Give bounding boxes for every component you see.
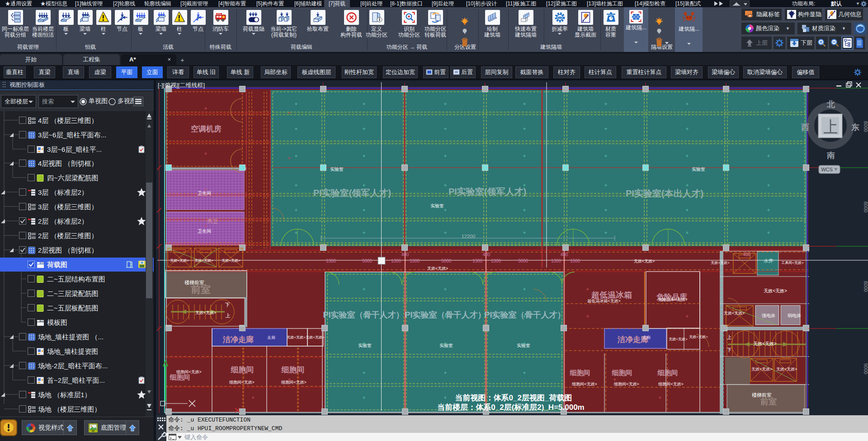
svg-text:1500: 1500	[570, 258, 580, 263]
svg-text:实验室: 实验室	[330, 167, 344, 172]
svg-text:PI实验室(领军人才): PI实验室(领军人才)	[313, 188, 391, 198]
svg-text:前室: 前室	[191, 284, 211, 295]
svg-text:PI实验室(领军人才): PI实验室(领军人才)	[448, 187, 526, 197]
svg-text:细胞间: 细胞间	[231, 366, 254, 374]
svg-text:1300: 1300	[410, 258, 420, 263]
svg-text:下: 下	[727, 347, 732, 352]
svg-text:细胞间<无效>: 细胞间<无效>	[176, 370, 202, 374]
svg-text:无效<无效>: 无效<无效>	[222, 258, 241, 263]
svg-text:[-][俯视][二维线框]: [-][俯视][二维线框]	[158, 82, 205, 89]
svg-text:卫生间: 卫生间	[198, 191, 211, 196]
svg-text:实验室: 实验室	[358, 343, 372, 348]
svg-text:东: 东	[851, 123, 859, 132]
svg-text:走廊: 走廊	[267, 335, 275, 340]
svg-text:楼梯前室: 楼梯前室	[184, 280, 204, 285]
svg-text:当前视图：体系0_2层视图_荷载图: 当前视图：体系0_2层视图_荷载图	[455, 394, 572, 402]
svg-text:细胞间: 细胞间	[657, 369, 678, 376]
svg-text:细胞间<无效>: 细胞间<无效>	[229, 380, 255, 385]
svg-text:男卫: 男卫	[207, 218, 218, 225]
svg-text:无效<无效>: 无效<无效>	[306, 335, 325, 339]
svg-text:工具间<无效>: 工具间<无效>	[781, 261, 804, 265]
svg-text:1300: 1300	[491, 258, 501, 263]
svg-text:1300: 1300	[326, 258, 336, 263]
svg-text:上: 上	[727, 334, 732, 340]
svg-text:无效<无效>: 无效<无效>	[711, 261, 730, 265]
svg-text:400: 400	[401, 252, 409, 257]
svg-text:细胞间<无效>: 细胞间<无效>	[613, 382, 639, 386]
svg-text:实验室: 实验室	[692, 167, 705, 172]
svg-text:弱电井: 弱电井	[788, 313, 801, 318]
svg-text:卫生间: 卫生间	[198, 229, 211, 234]
svg-text:无效<无效>: 无效<无效>	[776, 367, 797, 371]
svg-text:实验室: 实验室	[517, 343, 530, 348]
svg-text:细胞间<无效>: 细胞间<无效>	[571, 382, 597, 386]
svg-text:上: 上	[226, 313, 231, 318]
svg-text:8000: 8000	[863, 202, 868, 212]
svg-text:5000: 5000	[362, 258, 373, 263]
svg-text:细胞间<无效>: 细胞间<无效>	[281, 380, 307, 385]
svg-text:细胞间: 细胞间	[170, 373, 190, 381]
svg-text:当前楼层：体系0_2层(标准层2)_H=5.000m: 当前楼层：体系0_2层(标准层2)_H=5.000m	[437, 403, 584, 412]
svg-text:无效<无效>: 无效<无效>	[764, 288, 787, 293]
svg-text:强电井: 强电井	[762, 313, 775, 318]
svg-text:超低温冰箱<无效>: 超低温冰箱<无效>	[587, 299, 621, 303]
svg-text:无效<无效>: 无效<无效>	[170, 258, 189, 263]
svg-text:8000: 8000	[863, 121, 868, 132]
svg-text:1300: 1300	[472, 258, 483, 263]
svg-text:5000: 5000	[441, 258, 452, 263]
svg-text:楼梯前室: 楼梯前室	[752, 392, 772, 398]
svg-text:无效<无效>: 无效<无效>	[194, 258, 213, 263]
svg-text:细胞间<无效>: 细胞间<无效>	[658, 382, 684, 386]
svg-text:无效<无效>: 无效<无效>	[287, 335, 306, 339]
svg-text:细胞间: 细胞间	[570, 369, 590, 376]
svg-text:南: 南	[826, 151, 835, 160]
svg-text:WCS: WCS	[821, 167, 833, 172]
svg-text:1300: 1300	[551, 258, 561, 263]
svg-text:无效<无效>: 无效<无效>	[669, 337, 688, 341]
svg-text:无效<无效>: 无效<无效>	[689, 335, 708, 339]
svg-text:西: 西	[801, 123, 809, 132]
svg-text:细胞间: 细胞间	[281, 366, 305, 374]
svg-text:400: 400	[561, 252, 568, 257]
svg-text:PI实验室（骨干人才）: PI实验室（骨干人才）	[323, 310, 404, 319]
svg-text:走廊: 走廊	[642, 335, 651, 340]
svg-text:前室: 前室	[760, 397, 777, 406]
svg-text:实验室: 实验室	[430, 203, 444, 208]
svg-text:细胞间: 细胞间	[612, 369, 632, 376]
svg-text:无效<无效>: 无效<无效>	[753, 341, 777, 346]
svg-text:无效<无效>: 无效<无效>	[751, 367, 773, 371]
svg-text:下: 下	[225, 302, 230, 307]
svg-text:12200: 12200	[462, 234, 476, 239]
svg-text:无效<无效>: 无效<无效>	[724, 311, 745, 315]
svg-text:无效<无效>: 无效<无效>	[634, 259, 655, 263]
svg-text:8000: 8000	[863, 281, 868, 292]
svg-text:9000: 9000	[863, 363, 868, 374]
svg-text:5000: 5000	[518, 258, 528, 263]
svg-text:实验室: 实验室	[439, 343, 453, 348]
svg-text:PI实验室（骨干人才）: PI实验室（骨干人才）	[484, 310, 565, 319]
svg-text:400: 400	[743, 252, 751, 257]
svg-text:洁净走廊: 洁净走廊	[222, 335, 254, 344]
svg-text:水井: 水井	[764, 258, 774, 263]
svg-text:无效<无效>: 无效<无效>	[427, 266, 448, 271]
svg-text:无效<无效>: 无效<无效>	[195, 310, 217, 315]
svg-text:危险品库<无效>: 危险品库<无效>	[658, 297, 688, 302]
svg-text:空调机房: 空调机房	[191, 124, 222, 133]
svg-text:1300: 1300	[391, 258, 401, 263]
svg-text:北: 北	[826, 100, 835, 109]
svg-text:PI实验室(本出人才): PI实验室(本出人才)	[626, 188, 703, 198]
svg-text:400: 400	[483, 252, 491, 257]
svg-text:超低温冰箱: 超低温冰箱	[591, 291, 632, 300]
